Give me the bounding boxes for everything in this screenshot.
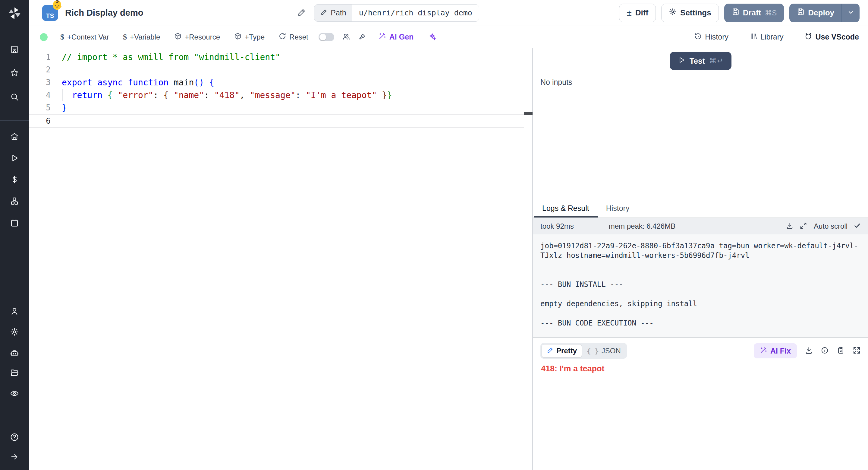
format-code-button[interactable] xyxy=(358,33,366,41)
code-editor[interactable]: 1// import * as wmill from "windmill-cli… xyxy=(29,48,532,470)
download-logs-button[interactable] xyxy=(786,222,794,231)
run-panel: Test ⌘↵ No inputs Logs & Result History … xyxy=(533,48,868,470)
sidebar-expand-button[interactable] xyxy=(10,452,19,461)
sidebar-item-audit[interactable] xyxy=(10,389,19,398)
status-dot xyxy=(40,33,48,41)
draft-label: Draft xyxy=(743,8,761,18)
app-window: TS 👶 Rich Display demo Path u/henri/rich… xyxy=(0,0,868,470)
pretty-label: Pretty xyxy=(556,347,577,355)
tab-logs-result[interactable]: Logs & Result xyxy=(534,199,598,217)
auto-scroll-checkbox[interactable] xyxy=(854,222,861,230)
diff-button[interactable]: ± Diff xyxy=(619,4,656,22)
add-type-button[interactable]: +Type xyxy=(234,32,265,42)
brush-icon xyxy=(358,33,366,41)
add-resource-label: +Resource xyxy=(185,33,220,41)
code-line-4[interactable]: 4 return { "error": { "name": "418", "me… xyxy=(29,89,524,101)
log-output[interactable]: job=01912d81-22a9-262e-8880-6bf3a137ca9a… xyxy=(533,234,868,338)
person-icon xyxy=(10,307,19,316)
pencil-icon xyxy=(320,8,328,18)
library-button[interactable]: Library xyxy=(749,32,783,42)
cursor-position-marker xyxy=(524,112,532,115)
use-vscode-label: Use VScode xyxy=(815,33,859,41)
add-variable-label: +Variable xyxy=(130,33,160,41)
json-view-button[interactable]: { } JSON xyxy=(582,344,626,357)
gear-icon xyxy=(669,8,677,18)
deploy-options-button[interactable] xyxy=(841,4,860,22)
deploy-label: Deploy xyxy=(808,8,834,18)
sidebar-item-resources[interactable] xyxy=(10,197,19,206)
sidebar-item-favorites[interactable] xyxy=(10,68,19,77)
draft-shortcut: ⌘S xyxy=(765,9,777,17)
ai-fix-label: AI Fix xyxy=(770,347,791,355)
line-content: } xyxy=(51,103,67,113)
add-resource-button[interactable]: +Resource xyxy=(174,32,220,42)
use-vscode-button[interactable]: Use VScode xyxy=(804,32,859,42)
download-result-button[interactable] xyxy=(805,346,813,355)
deploy-button[interactable]: Deploy xyxy=(789,4,841,22)
code-line-6[interactable]: 6 xyxy=(29,114,524,128)
code-line-1[interactable]: 1// import * as wmill from "windmill-cli… xyxy=(29,51,524,63)
sidebar-item-search[interactable] xyxy=(10,92,19,101)
editor-overview-ruler[interactable] xyxy=(524,48,532,470)
line-content: export async function main() { xyxy=(51,78,214,87)
ai-gen-label: AI Gen xyxy=(390,33,414,41)
test-shortcut: ⌘↵ xyxy=(709,57,724,65)
pen-icon xyxy=(547,347,554,355)
log-line: --- BUN CODE EXECUTION --- xyxy=(540,318,861,328)
copy-result-button[interactable] xyxy=(837,346,845,355)
plus-minus-icon: ± xyxy=(627,8,631,18)
expand-logs-button[interactable] xyxy=(800,222,807,231)
draft-button[interactable]: Draft ⌘S xyxy=(724,4,784,22)
play-icon xyxy=(10,153,19,163)
ai-fix-button[interactable]: AI Fix xyxy=(754,343,797,358)
sidebar-item-settings[interactable] xyxy=(10,327,19,336)
result-error-text: 418: I'm a teapot xyxy=(541,364,861,374)
code-line-3[interactable]: 3export async function main() { xyxy=(29,76,524,89)
sidebar-item-workspace[interactable] xyxy=(10,45,19,54)
settings-button[interactable]: Settings xyxy=(661,4,719,22)
diff-mode-toggle[interactable] xyxy=(318,33,334,41)
sidebar-item-schedules[interactable] xyxy=(10,218,19,228)
history-button[interactable]: History xyxy=(694,32,728,42)
ai-sparkles-button[interactable] xyxy=(428,32,436,41)
tab-history[interactable]: History xyxy=(598,199,638,217)
sidebar-item-user[interactable] xyxy=(10,307,19,316)
edit-summary-button[interactable] xyxy=(297,8,306,18)
sidebar-item-folders[interactable] xyxy=(10,368,19,377)
path-label: Path xyxy=(331,8,346,17)
add-context-var-button[interactable]: $ +Context Var xyxy=(60,33,109,41)
result-info-button[interactable] xyxy=(821,346,829,355)
sidebar-item-workers[interactable] xyxy=(10,348,19,357)
calendar-icon xyxy=(10,218,19,228)
reset-button[interactable]: Reset xyxy=(278,32,308,42)
cubes-icon xyxy=(10,197,19,206)
multiplayer-button[interactable] xyxy=(342,33,350,41)
page-title: Rich Display demo xyxy=(65,8,143,18)
add-type-label: +Type xyxy=(245,33,265,41)
maximize-result-button[interactable] xyxy=(852,346,861,355)
download-icon xyxy=(786,222,794,231)
library-label: Library xyxy=(761,33,783,41)
help-icon xyxy=(10,433,19,442)
sidebar-item-home[interactable] xyxy=(10,132,19,141)
arrow-right-icon xyxy=(10,452,19,461)
sidebar-item-variables[interactable] xyxy=(10,175,19,184)
sidebar-item-runs[interactable] xyxy=(10,153,19,163)
sidebar-divider xyxy=(0,120,29,121)
indent-guide xyxy=(62,89,63,101)
editor-toolbar: $ +Context Var $ +Variable +Resource +Ty… xyxy=(29,26,868,48)
code-line-2[interactable]: 2 xyxy=(29,63,524,76)
diff-label: Diff xyxy=(635,8,648,18)
windmill-logo[interactable] xyxy=(7,5,22,21)
path-control[interactable]: Path u/henri/rich_display_demo xyxy=(314,4,479,22)
folder-icon xyxy=(10,368,19,377)
code-line-5[interactable]: 5} xyxy=(29,101,524,114)
sidebar-item-help[interactable] xyxy=(10,433,19,442)
line-content: // import * as wmill from "windmill-clie… xyxy=(51,52,280,62)
play-icon xyxy=(678,56,685,66)
test-button[interactable]: Test ⌘↵ xyxy=(670,52,732,70)
ai-gen-button[interactable]: AI Gen xyxy=(378,32,414,42)
add-variable-button[interactable]: $ +Variable xyxy=(123,33,160,41)
pretty-view-button[interactable]: Pretty xyxy=(541,344,582,357)
line-number: 6 xyxy=(29,116,51,125)
